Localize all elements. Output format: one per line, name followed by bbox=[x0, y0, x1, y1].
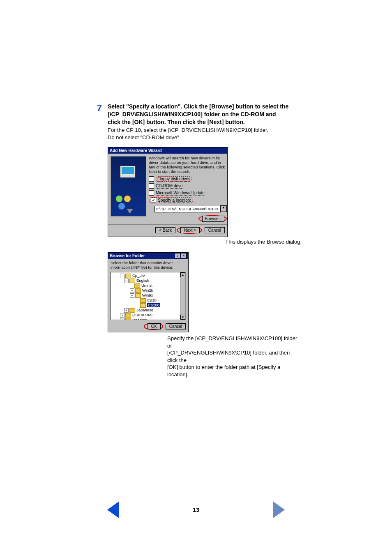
node-cp-drv[interactable]: Cp_drv bbox=[132, 273, 145, 278]
step-plain-2: Do not select "CD-ROM drive". bbox=[108, 134, 302, 141]
browse-ok-button[interactable]: OK bbox=[148, 323, 161, 329]
page-number: 13 bbox=[193, 506, 200, 513]
specify-location-label: Specify a location: bbox=[158, 198, 191, 203]
winupdate-checkbox[interactable] bbox=[149, 190, 154, 196]
wizard-intro-text: Windows will search for new drivers in i… bbox=[149, 156, 227, 174]
floppy-label: Floppy disk drives bbox=[157, 177, 190, 181]
tree-scrollbar[interactable]: ▲ ▼ bbox=[180, 272, 185, 320]
back-button[interactable]: < Back bbox=[155, 227, 175, 233]
location-path-input[interactable]: D:\CP_DRV\ENGLISH\WIN9X\CP100 bbox=[154, 206, 221, 212]
prev-page-arrow-icon[interactable] bbox=[107, 502, 119, 518]
winupdate-label: Microsoft Windows Update bbox=[156, 191, 205, 195]
node-quicktime[interactable]: QUICKTIME bbox=[132, 313, 154, 317]
node-cp10[interactable]: Cp10 bbox=[147, 298, 157, 302]
node-cp100[interactable]: Cp100 bbox=[147, 303, 160, 307]
monitor-icon bbox=[120, 166, 136, 178]
path-dropdown-button[interactable]: ▼ bbox=[220, 205, 227, 212]
scroll-down-icon[interactable]: ▼ bbox=[180, 315, 185, 320]
next-page-arrow-icon[interactable] bbox=[273, 502, 285, 518]
browse-cancel-button[interactable]: Cancel bbox=[166, 323, 186, 329]
step-plain-1: For the CP 10, select the [\CP_DRV\ENGLI… bbox=[108, 127, 302, 134]
node-readme[interactable]: Readme bbox=[132, 318, 147, 320]
step-bold-3: click the [OK] button. Then click the [N… bbox=[108, 118, 302, 126]
compass-icon bbox=[127, 209, 133, 214]
next-button[interactable]: Next > bbox=[180, 227, 200, 233]
after-browse-1: Specify the [\CP_DRV\ENGLISH\WIN9X\CP100… bbox=[167, 335, 302, 349]
step-number: 7 bbox=[90, 103, 102, 113]
browse-prompt: Select the folder that contains driver i… bbox=[108, 259, 188, 271]
cancel-button[interactable]: Cancel bbox=[205, 227, 225, 233]
after-browse-3: [OK] button to enter the folder path at … bbox=[167, 364, 302, 378]
specify-location-checkbox[interactable] bbox=[151, 198, 156, 203]
help-icon[interactable]: ? bbox=[175, 253, 180, 258]
node-english[interactable]: English bbox=[136, 278, 149, 283]
after-browse-2: [\CP_DRV\ENGLISH\WIN9X\CP10] folder, and… bbox=[167, 349, 302, 364]
cdrom-checkbox[interactable] bbox=[149, 183, 154, 189]
wizard-caption: This displays the Browse dialog. bbox=[108, 239, 302, 245]
browse-title: Browse for Folder bbox=[110, 253, 145, 258]
wizard-side-image bbox=[111, 156, 146, 216]
gears-icon bbox=[115, 196, 131, 210]
node-uninst[interactable]: Uninst bbox=[141, 283, 152, 288]
add-new-hardware-wizard: Add New Hardware Wizard Windows will sea… bbox=[108, 147, 228, 237]
close-icon[interactable]: × bbox=[181, 253, 187, 258]
node-win9x[interactable]: Win9x bbox=[142, 293, 153, 297]
browse-for-folder-dialog: Browse for Folder ? × Select the folder … bbox=[108, 252, 189, 332]
floppy-checkbox[interactable] bbox=[149, 176, 154, 182]
step-bold-1: Select "Specify a location". Click the [… bbox=[108, 103, 302, 111]
wizard-title: Add New Hardware Wizard bbox=[108, 147, 227, 154]
folder-tree[interactable]: −Cp_drv −English Uninst −Win2k −Win9x Cp… bbox=[111, 272, 186, 320]
cdrom-label: CD-ROM drive bbox=[156, 184, 183, 188]
node-japanese[interactable]: Japanese bbox=[136, 308, 153, 312]
node-win2k[interactable]: Win2k bbox=[142, 288, 153, 292]
step-bold-2: [\CP_DRV\ENGLISH\WIN9X\CP100] folder on … bbox=[108, 111, 302, 118]
browse-button[interactable]: Browse... bbox=[202, 216, 224, 222]
scroll-up-icon[interactable]: ▲ bbox=[180, 272, 185, 277]
